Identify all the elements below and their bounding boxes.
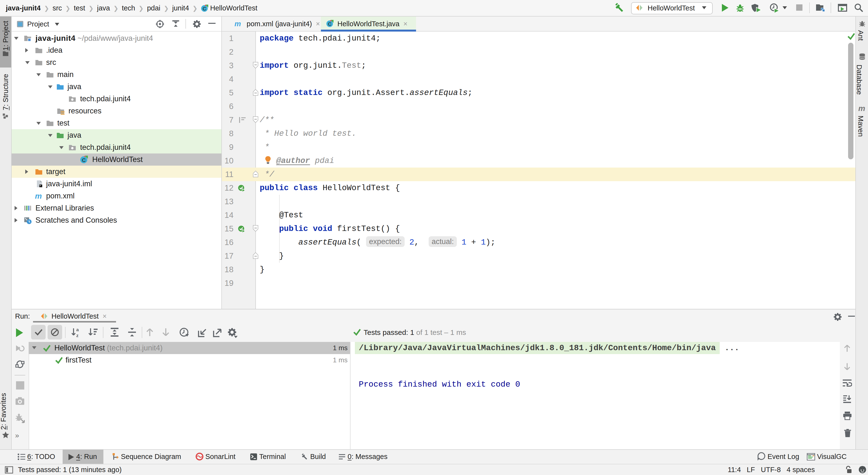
svg-text:z: z	[76, 333, 79, 337]
svg-text:C: C	[203, 6, 206, 11]
svg-text:a: a	[76, 327, 79, 332]
svg-text:C: C	[328, 21, 332, 27]
svg-text:C: C	[82, 157, 86, 163]
